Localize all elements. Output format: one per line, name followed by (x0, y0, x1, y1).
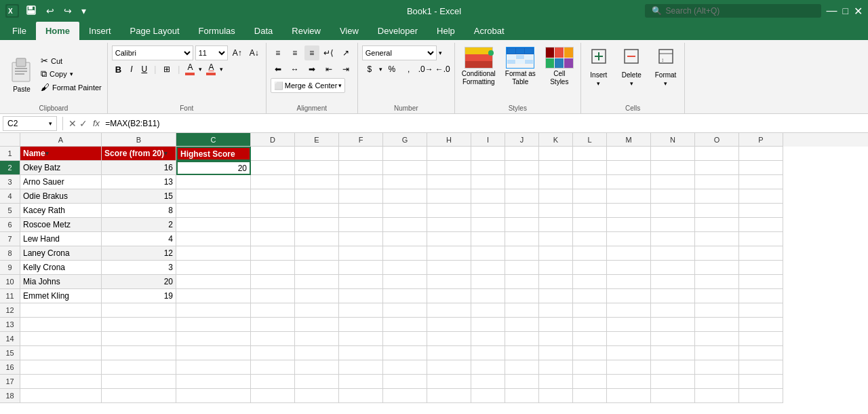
cell-j10[interactable] (505, 275, 539, 289)
cell-l4[interactable] (573, 189, 607, 204)
align-top-left-button[interactable]: ≡ (271, 45, 285, 60)
cell-b12[interactable] (102, 303, 176, 318)
cell-b3[interactable]: 13 (102, 175, 176, 189)
cell-m6[interactable] (607, 218, 651, 232)
cell-i12[interactable] (471, 303, 505, 318)
cell-c7[interactable] (176, 232, 251, 246)
cell-c1[interactable]: Highest Score (176, 147, 251, 161)
cell-d14[interactable] (251, 332, 295, 346)
cell-h15[interactable] (427, 346, 471, 360)
cell-h11[interactable] (427, 289, 471, 303)
cell-a11[interactable]: Emmet Kling (20, 289, 102, 303)
cell-c16[interactable] (176, 360, 251, 375)
row-header-18[interactable]: 18 (0, 389, 20, 403)
cell-e3[interactable] (295, 175, 339, 189)
cell-f15[interactable] (339, 346, 383, 360)
cell-h4[interactable] (427, 189, 471, 204)
cell-p1[interactable] (739, 147, 783, 161)
cell-g4[interactable] (383, 189, 427, 204)
row-header-6[interactable]: 6 (0, 218, 20, 232)
cell-d8[interactable] (251, 246, 295, 261)
cell-j16[interactable] (505, 360, 539, 375)
confirm-formula-button[interactable]: ✓ (79, 118, 87, 129)
col-header-a[interactable]: A (20, 133, 102, 147)
cell-o8[interactable] (695, 246, 739, 261)
cell-e5[interactable] (295, 204, 339, 218)
tab-file[interactable]: File (3, 22, 36, 40)
cell-m3[interactable] (607, 175, 651, 189)
cell-j12[interactable] (505, 303, 539, 318)
cell-b8[interactable]: 12 (102, 246, 176, 261)
col-header-k[interactable]: K (539, 133, 573, 147)
cell-k13[interactable] (539, 318, 573, 332)
cell-a4[interactable]: Odie Brakus (20, 189, 102, 204)
cell-j9[interactable] (505, 261, 539, 275)
cell-k5[interactable] (539, 204, 573, 218)
row-header-15[interactable]: 15 (0, 346, 20, 360)
cell-i3[interactable] (471, 175, 505, 189)
cell-p8[interactable] (739, 246, 783, 261)
cell-k4[interactable] (539, 189, 573, 204)
cell-i14[interactable] (471, 332, 505, 346)
copy-dropdown-arrow[interactable]: ▾ (70, 71, 73, 77)
cell-d9[interactable] (251, 261, 295, 275)
row-header-12[interactable]: 12 (0, 303, 20, 318)
cell-d1[interactable] (251, 147, 295, 161)
cell-e14[interactable] (295, 332, 339, 346)
cell-p15[interactable] (739, 346, 783, 360)
decrease-indent-button[interactable]: ⇤ (321, 62, 336, 77)
cell-h1[interactable] (427, 147, 471, 161)
cell-p12[interactable] (739, 303, 783, 318)
cell-g14[interactable] (383, 332, 427, 346)
cell-a13[interactable] (20, 318, 102, 332)
row-header-2[interactable]: 2 (0, 161, 20, 175)
bold-button[interactable]: B (112, 62, 125, 77)
cell-p3[interactable] (739, 175, 783, 189)
cell-g15[interactable] (383, 346, 427, 360)
cell-h6[interactable] (427, 218, 471, 232)
cell-p2[interactable] (739, 161, 783, 175)
cell-l1[interactable] (573, 147, 607, 161)
cell-k9[interactable] (539, 261, 573, 275)
col-header-m[interactable]: M (607, 133, 651, 147)
cell-l2[interactable] (573, 161, 607, 175)
cell-g9[interactable] (383, 261, 427, 275)
cell-j18[interactable] (505, 389, 539, 403)
cell-c10[interactable] (176, 275, 251, 289)
cell-m14[interactable] (607, 332, 651, 346)
col-header-f[interactable]: F (339, 133, 383, 147)
cell-c9[interactable] (176, 261, 251, 275)
row-header-13[interactable]: 13 (0, 318, 20, 332)
cell-c4[interactable] (176, 189, 251, 204)
decrease-decimal-button[interactable]: ←.0 (435, 62, 450, 77)
customize-button[interactable]: ▾ (79, 4, 89, 18)
tab-developer[interactable]: Developer (368, 22, 427, 40)
tab-data[interactable]: Data (245, 22, 282, 40)
format-dropdown[interactable]: ▾ (664, 80, 667, 87)
cell-p10[interactable] (739, 275, 783, 289)
cell-d12[interactable] (251, 303, 295, 318)
cell-b9[interactable]: 3 (102, 261, 176, 275)
cell-f10[interactable] (339, 275, 383, 289)
cell-l10[interactable] (573, 275, 607, 289)
cell-h16[interactable] (427, 360, 471, 375)
row-header-17[interactable]: 17 (0, 375, 20, 389)
undo-button[interactable]: ↩ (43, 4, 57, 18)
cell-c14[interactable] (176, 332, 251, 346)
format-painter-button[interactable]: 🖌 Format Painter (39, 81, 103, 93)
cell-f8[interactable] (339, 246, 383, 261)
cell-a5[interactable]: Kacey Rath (20, 204, 102, 218)
cell-i9[interactable] (471, 261, 505, 275)
cell-c6[interactable] (176, 218, 251, 232)
cell-j1[interactable] (505, 147, 539, 161)
wrap-text-button[interactable]: ↵⟨ (321, 45, 336, 60)
cell-k15[interactable] (539, 346, 573, 360)
cell-k16[interactable] (539, 360, 573, 375)
cell-m15[interactable] (607, 346, 651, 360)
cell-n17[interactable] (651, 375, 695, 389)
cell-h17[interactable] (427, 375, 471, 389)
delete-dropdown[interactable]: ▾ (630, 80, 633, 87)
cell-i1[interactable] (471, 147, 505, 161)
cell-o4[interactable] (695, 189, 739, 204)
cell-g13[interactable] (383, 318, 427, 332)
